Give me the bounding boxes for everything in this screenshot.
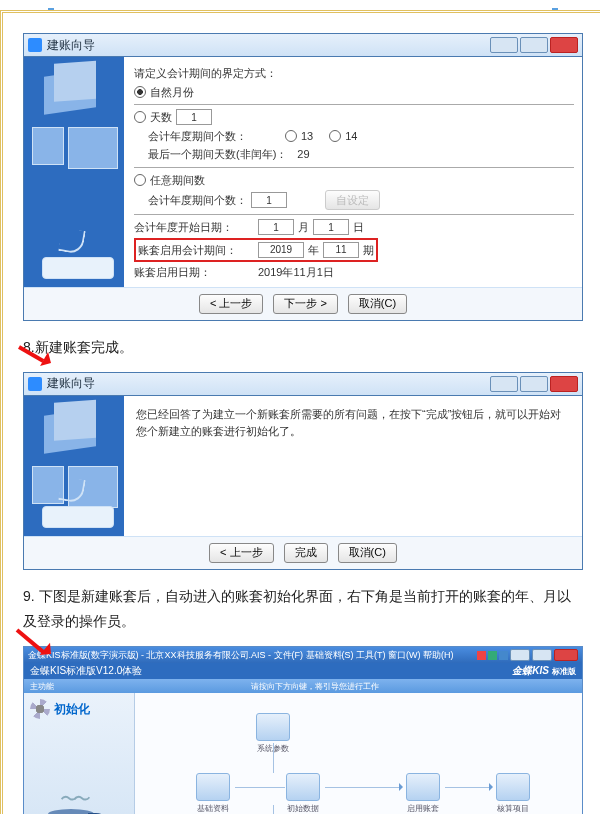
enable-date-value: 2019年11月1日 xyxy=(258,264,334,281)
enable-period-spin[interactable]: 11 xyxy=(323,242,359,258)
close-button[interactable] xyxy=(550,37,578,53)
basedata-icon xyxy=(196,773,230,801)
enable-date-label: 账套启用日期： xyxy=(134,264,254,281)
titlebar: 建账向导 xyxy=(24,373,582,396)
app-main-area: 系统参数 基础资料 初始数据 启用账套 核算项目 xyxy=(135,693,582,814)
coffee-cup-illustration: 〜〜 xyxy=(30,787,120,814)
any-periods-spin[interactable]: 1 xyxy=(251,192,287,208)
param-icon xyxy=(256,713,290,741)
cancel-button[interactable]: 取消(C) xyxy=(338,543,397,563)
close-button[interactable] xyxy=(554,649,578,661)
brand-edition: 标准版 xyxy=(552,667,576,676)
flow-node-init[interactable]: 初始数据 xyxy=(285,773,321,814)
wizard-illustration xyxy=(24,57,124,287)
cancel-button[interactable]: 取消(C) xyxy=(348,294,407,314)
minimize-button[interactable] xyxy=(490,37,518,53)
close-button[interactable] xyxy=(550,376,578,392)
enable-icon xyxy=(406,773,440,801)
setup-wizard-window-1: 建账向导 请定义会计期间的界定方式： 自然月份 xyxy=(23,33,583,321)
radio-14[interactable] xyxy=(329,130,341,142)
next-button[interactable]: 下一步 > xyxy=(273,294,337,314)
radio-any-periods-label: 任意期间数 xyxy=(150,172,205,189)
wizard-illustration xyxy=(24,396,124,536)
window-controls[interactable] xyxy=(477,651,508,660)
window-title: 建账向导 xyxy=(47,37,95,54)
radio-14-label: 14 xyxy=(345,128,357,145)
gear-icon xyxy=(30,699,50,719)
finish-button[interactable]: 完成 xyxy=(284,543,328,563)
last-period-days-value: 29 xyxy=(297,146,309,163)
app-titlebar: 金蝶KIS标准版(数字演示版) - 北京XX科技服务有限公司.AIS - 文件(… xyxy=(24,647,582,663)
flow-label: 初始数据 xyxy=(287,804,319,813)
hint-left: 主功能 xyxy=(30,681,54,692)
last-period-days-label: 最后一个期间天数(非闰年)： xyxy=(148,146,287,163)
maximize-button[interactable] xyxy=(520,376,548,392)
app-hint-bar: 主功能 请按向下方向键，将引导您进行工作 xyxy=(24,679,582,693)
step9-text: 9. 下图是新建账套后，自动进入的账套初始化界面，右下角是当前打开的账套的年、月… xyxy=(23,584,583,634)
flow-node-enable[interactable]: 启用账套 xyxy=(405,773,441,814)
flow-node-sched[interactable]: 核算项目 xyxy=(495,773,531,814)
enable-year-spin[interactable]: 2019 xyxy=(258,242,304,258)
start-month-unit: 月 xyxy=(298,219,309,236)
version-text: 金蝶KIS标准版V12.0体验 xyxy=(30,664,142,678)
start-month-spin[interactable]: 1 xyxy=(258,219,294,235)
sched-icon xyxy=(496,773,530,801)
flow-label: 基础资料 xyxy=(197,804,229,813)
prev-button[interactable]: < 上一步 xyxy=(209,543,273,563)
setup-wizard-window-2: 建账向导 您已经回答了为建立一个新账套所需要的所有问题，在按下“完成”按钮后，就… xyxy=(23,372,583,570)
app-sidebar: 初始化 〜〜 xyxy=(24,693,135,814)
radio-days[interactable] xyxy=(134,111,146,123)
radio-days-label: 天数 xyxy=(150,109,172,126)
any-periods-label: 会计年度期间个数： xyxy=(148,192,247,209)
radio-any-periods[interactable] xyxy=(134,174,146,186)
enable-period-unit: 期 xyxy=(363,242,374,259)
brand-text: 金蝶KIS xyxy=(512,665,549,676)
sidebar-title: 初始化 xyxy=(54,701,90,718)
flow-label: 启用账套 xyxy=(407,804,439,813)
radio-13[interactable] xyxy=(285,130,297,142)
minimize-button[interactable] xyxy=(490,376,518,392)
radio-13-label: 13 xyxy=(301,128,313,145)
maximize-button[interactable] xyxy=(520,37,548,53)
app-titlebar-text: 金蝶KIS标准版(数字演示版) - 北京XX科技服务有限公司.AIS - 文件(… xyxy=(28,649,453,662)
maximize-button[interactable] xyxy=(532,649,552,661)
step8-text: 8.新建账套完成。 xyxy=(23,335,583,360)
start-date-label: 会计年度开始日期： xyxy=(134,219,254,236)
days-spin[interactable]: 1 xyxy=(176,109,212,125)
enable-year-unit: 年 xyxy=(308,242,319,259)
enable-period-highlight: 账套启用会计期间： 2019 年 11 期 xyxy=(134,238,378,263)
window-title: 建账向导 xyxy=(47,375,95,392)
flow-node-base[interactable]: 基础资料 xyxy=(195,773,231,814)
app-icon xyxy=(28,377,42,391)
heading-text: 请定义会计期间的界定方式： xyxy=(134,65,574,82)
flow-label: 核算项目 xyxy=(497,804,529,813)
kis-main-window: 金蝶KIS标准版(数字演示版) - 北京XX科技服务有限公司.AIS - 文件(… xyxy=(23,646,583,814)
app-icon xyxy=(28,38,42,52)
custom-setup-button[interactable]: 自设定 xyxy=(325,190,380,210)
radio-natural-month-label: 自然月份 xyxy=(150,84,194,101)
finish-message: 您已经回答了为建立一个新账套所需要的所有问题，在按下“完成”按钮后，就可以开始对… xyxy=(134,402,574,530)
radio-natural-month[interactable] xyxy=(134,86,146,98)
hint-mid: 请按向下方向键，将引导您进行工作 xyxy=(251,681,379,692)
enable-period-label: 账套启用会计期间： xyxy=(138,242,254,259)
minimize-button[interactable] xyxy=(510,649,530,661)
titlebar: 建账向导 xyxy=(24,34,582,57)
page: 建账向导 请定义会计期间的界定方式： 自然月份 xyxy=(0,10,600,814)
app-brand-bar: 金蝶KIS标准版V12.0体验 金蝶KIS标准版 xyxy=(24,663,582,679)
start-day-unit: 日 xyxy=(353,219,364,236)
prev-button[interactable]: < 上一步 xyxy=(199,294,263,314)
start-day-spin[interactable]: 1 xyxy=(313,219,349,235)
initdata-icon xyxy=(286,773,320,801)
periods-count-label: 会计年度期间个数： xyxy=(148,128,247,145)
